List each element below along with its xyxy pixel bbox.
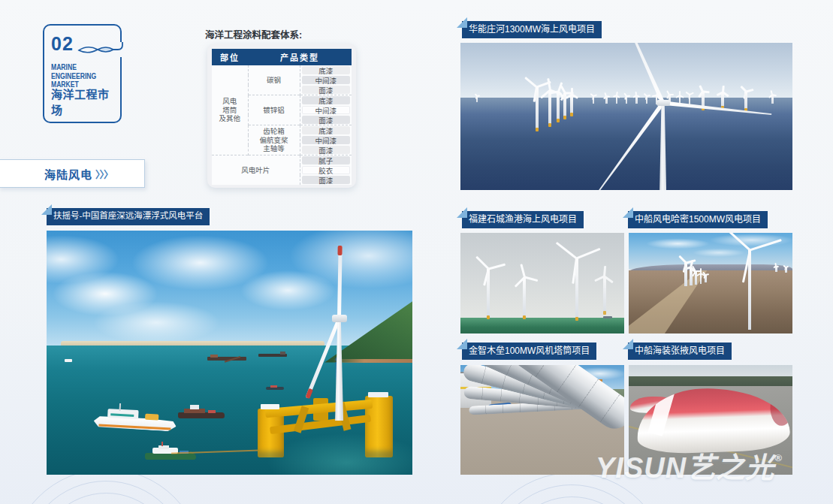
floating-platform <box>252 367 406 470</box>
section-badge: 02 MARINE ENGINEERING MARKET 海洋工程市场 <box>43 24 122 123</box>
blade-red-tip <box>338 246 343 255</box>
clouds <box>629 233 792 269</box>
ship <box>65 359 72 362</box>
photo-label-hami: 中船风电哈密1500MW风电项目 <box>628 211 768 228</box>
category-tab-label: 海陆风电 <box>44 166 92 182</box>
mountain-shore <box>332 359 412 363</box>
category-tab-wind-power: 海陆风电 〉〉〉 <box>0 159 145 188</box>
section-number: 02 <box>51 33 74 55</box>
photo-label-fuyao: 扶摇号-中国首座深远海漂浮式风电平台 <box>47 208 210 225</box>
cell-material-carbon-steel: 碳钢 <box>248 65 300 95</box>
photo-label-huaneng: 华能庄河1300MW海上风电项目 <box>462 21 602 38</box>
cell-product: 面漆 <box>302 86 351 94</box>
cell-material-galvanized-aluminum: 镀锌铝 <box>248 95 300 125</box>
section-title-zh: 海洋工程市场 <box>51 86 120 117</box>
dredger-ship <box>207 354 246 361</box>
photo-hami-wind-farm <box>629 233 792 333</box>
photo-floating-platform: 中国海装 <box>47 231 412 475</box>
cell-part-blade: 风电叶片 <box>212 155 300 186</box>
cell-product: 面漆 <box>302 146 351 154</box>
coating-table-card: 部位 产品类型 风电 塔筒 及其他 碳钢 底漆 中间漆 面漆 镀锌铝 底漆 中间… <box>207 44 356 188</box>
cell-material-gearbox: 齿轮箱 偏航变桨 主轴等 <box>248 125 300 155</box>
sea <box>460 318 624 333</box>
cell-product: 中间漆 <box>302 106 351 114</box>
photo-fujian-wind-farm <box>460 233 624 333</box>
photo-label-jinzhi: 金智木垒100MW风机塔筒项目 <box>462 343 596 360</box>
brochure-page: 02 MARINE ENGINEERING MARKET 海洋工程市场 海陆风电… <box>0 0 833 504</box>
research-vessel <box>93 402 177 436</box>
cell-product: 胶衣 <box>302 166 351 174</box>
cell-product: 中间漆 <box>302 136 351 144</box>
column-header-part: 部位 <box>212 49 248 65</box>
cell-product: 中间漆 <box>302 76 351 84</box>
registered-mark: ® <box>774 452 783 463</box>
cell-product: 面漆 <box>302 176 351 184</box>
brand-watermark: YISUN艺之光® <box>596 445 783 486</box>
coating-table: 部位 产品类型 风电 塔筒 及其他 碳钢 底漆 中间漆 面漆 镀锌铝 底漆 中间… <box>212 49 352 185</box>
cell-product: 腻子 <box>302 156 351 164</box>
photo-label-zhangye: 中船海装张掖风电项目 <box>628 343 732 360</box>
cell-product: 面漆 <box>302 116 351 124</box>
tugboat <box>178 405 225 418</box>
photo-label-fujian: 福建石城渔港海上风电项目 <box>462 211 584 228</box>
cell-part-tower-group: 风电 塔筒 及其他 <box>212 65 248 155</box>
cell-product: 底漆 <box>302 96 351 104</box>
column-header-product-type: 产品类型 <box>248 49 352 65</box>
cell-product: 底漆 <box>302 66 351 74</box>
clouds <box>47 231 412 346</box>
coating-table-title: 海洋工程涂料配套体系: <box>205 27 302 41</box>
propeller-lens-icon <box>77 42 124 57</box>
ship <box>603 316 612 318</box>
photo-offshore-wind-farm <box>460 43 792 190</box>
cell-product: 底漆 <box>302 126 351 134</box>
chevron-right-icon: 〉〉〉 <box>95 167 113 181</box>
cargo-ship <box>258 352 287 357</box>
